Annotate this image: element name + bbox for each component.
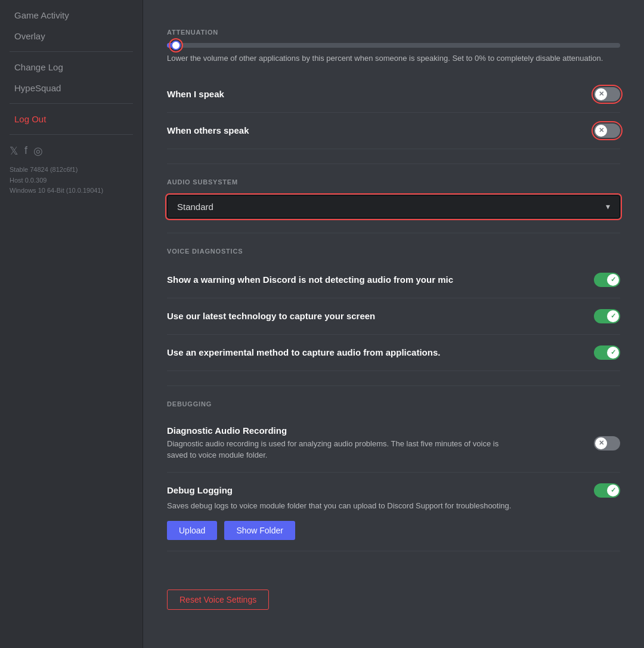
debug-toggle-0[interactable]: ✕ xyxy=(594,436,620,450)
voice-diag-track-1: ✓ xyxy=(594,309,620,323)
sidebar-item-overlay[interactable]: Overlay xyxy=(5,26,138,46)
main-content: ATTENUATION Lower the volume of other ap… xyxy=(143,0,644,648)
voice-diag-thumb-2: ✓ xyxy=(607,347,619,359)
when-others-speak-row: When others speak ✕ xyxy=(167,113,620,149)
when-i-speak-toggle-thumb: ✕ xyxy=(595,88,607,100)
facebook-icon[interactable]: f xyxy=(24,144,27,158)
debug-row-0: Diagnostic Audio Recording Diagnostic au… xyxy=(167,415,620,473)
sidebar-item-hypesquad[interactable]: HypeSquad xyxy=(5,78,138,98)
debug-thumb-0: ✕ xyxy=(595,437,607,449)
sidebar: Game Activity Overlay Change Log HypeSqu… xyxy=(0,0,143,648)
when-others-speak-toggle-thumb: ✕ xyxy=(595,125,607,137)
voice-diag-thumb-1: ✓ xyxy=(607,310,619,322)
when-others-speak-toggle-track: ✕ xyxy=(594,124,620,138)
voice-diag-track-0: ✓ xyxy=(594,273,620,287)
voice-diag-toggle-1[interactable]: ✓ xyxy=(594,309,620,323)
debug-row-1-top: Debug Logging ✓ xyxy=(167,483,620,498)
voice-diag-label-0: Show a warning when Discord is not detec… xyxy=(167,274,453,285)
debug-track-1: ✓ xyxy=(594,483,620,498)
voice-diag-toggle-2[interactable]: ✓ xyxy=(594,345,620,360)
debug-label-1: Debug Logging xyxy=(167,485,233,495)
debug-button-row: Upload Show Folder xyxy=(167,521,295,540)
voice-diag-row-2: Use an experimental method to capture au… xyxy=(167,335,620,371)
divider-after-audio-subsystem xyxy=(167,233,620,233)
sidebar-divider-3 xyxy=(10,134,133,135)
divider-after-voice-diag xyxy=(167,385,620,386)
debugging-label: DEBUGGING xyxy=(167,400,620,408)
audio-subsystem-dropdown[interactable]: Standard ▾ xyxy=(167,195,620,218)
when-others-speak-toggle[interactable]: ✕ xyxy=(594,124,620,138)
sidebar-item-game-activity[interactable]: Game Activity xyxy=(5,5,138,25)
when-i-speak-toggle-track: ✕ xyxy=(594,87,620,101)
debug-row-1: Debug Logging ✓ Saves debug logs to voic… xyxy=(167,473,620,552)
voice-diag-label-2: Use an experimental method to capture au… xyxy=(167,347,440,357)
when-i-speak-row: When I speak ✕ xyxy=(167,76,620,113)
when-i-speak-label: When I speak xyxy=(167,89,224,99)
reset-voice-settings-button[interactable]: Reset Voice Settings xyxy=(167,590,269,610)
dropdown-value: Standard xyxy=(177,202,213,212)
attenuation-label: ATTENUATION xyxy=(167,29,620,36)
sidebar-item-change-log[interactable]: Change Log xyxy=(5,57,138,77)
voice-diag-icon-2: ✓ xyxy=(611,348,616,356)
reset-container: Reset Voice Settings xyxy=(167,570,620,610)
voice-diag-toggle-0[interactable]: ✓ xyxy=(594,273,620,287)
voice-diag-label-1: Use our latest technology to capture you… xyxy=(167,311,375,321)
voice-diag-track-2: ✓ xyxy=(594,345,620,360)
voice-diag-icon-0: ✓ xyxy=(611,276,616,283)
twitter-icon[interactable]: 𝕏 xyxy=(10,144,18,158)
debug-content-0: Diagnostic Audio Recording Diagnostic au… xyxy=(167,425,513,461)
instagram-icon[interactable]: ◎ xyxy=(33,144,43,158)
audio-subsystem-label: AUDIO SUBSYSTEM xyxy=(167,178,620,186)
slider-track[interactable] xyxy=(167,43,620,48)
when-i-speak-toggle-icon: ✕ xyxy=(599,90,604,98)
sidebar-social: 𝕏 f ◎ xyxy=(0,140,143,162)
divider-after-attenuation xyxy=(167,163,620,164)
voice-diag-row-1: Use our latest technology to capture you… xyxy=(167,298,620,335)
when-others-speak-toggle-icon: ✕ xyxy=(599,126,604,134)
debug-icon-0: ✕ xyxy=(599,439,604,447)
voice-diag-row-0: Show a warning when Discord is not detec… xyxy=(167,262,620,298)
attenuation-slider-container xyxy=(167,43,620,48)
debug-desc-1: Saves debug logs to voice module folder … xyxy=(167,500,511,512)
debug-thumb-1: ✓ xyxy=(607,485,619,496)
debug-desc-0: Diagnostic audio recording is used for a… xyxy=(167,438,513,461)
voice-diag-thumb-0: ✓ xyxy=(607,274,619,286)
debug-track-0: ✕ xyxy=(594,436,620,450)
chevron-down-icon: ▾ xyxy=(606,202,610,211)
audio-subsystem-dropdown-container: Standard ▾ xyxy=(167,195,620,218)
upload-button[interactable]: Upload xyxy=(167,521,217,540)
sidebar-divider-2 xyxy=(10,103,133,104)
sidebar-item-log-out[interactable]: Log Out xyxy=(5,109,138,129)
debug-toggle-1[interactable]: ✓ xyxy=(594,483,620,498)
when-i-speak-toggle[interactable]: ✕ xyxy=(594,87,620,101)
voice-diag-icon-1: ✓ xyxy=(611,312,616,320)
debug-label-0: Diagnostic Audio Recording xyxy=(167,425,513,436)
sidebar-divider-1 xyxy=(10,51,133,52)
sidebar-version: Stable 74824 (812c6f1) Host 0.0.309 Wind… xyxy=(0,162,143,199)
show-folder-button[interactable]: Show Folder xyxy=(224,521,295,540)
debug-icon-1: ✓ xyxy=(611,486,616,494)
attenuation-description: Lower the volume of other applications b… xyxy=(167,53,620,64)
when-others-speak-label: When others speak xyxy=(167,125,249,135)
slider-thumb[interactable] xyxy=(171,41,181,50)
voice-diagnostics-label: VOICE DIAGNOSTICS xyxy=(167,248,620,255)
